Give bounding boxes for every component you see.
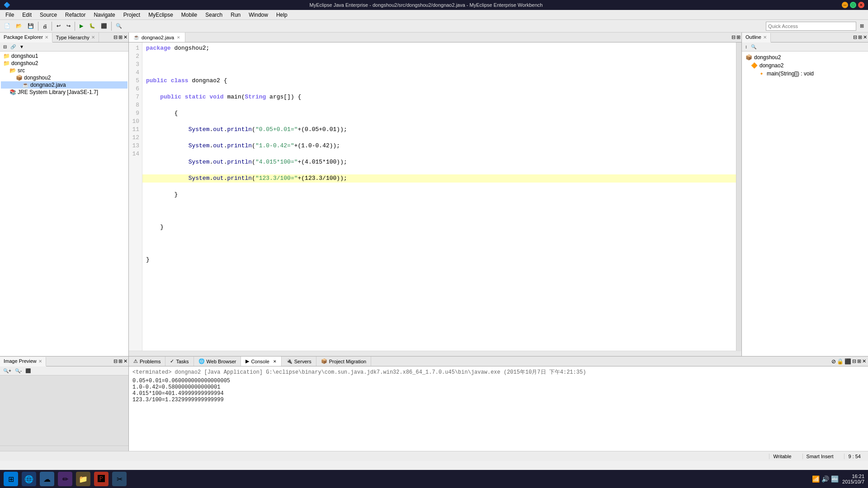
network-icon[interactable]: 📶 <box>812 475 820 483</box>
menu-edit[interactable]: Edit <box>19 11 35 19</box>
folder-button[interactable]: 📁 <box>76 472 90 486</box>
minimize-panel-button[interactable]: ⊟ <box>113 34 118 40</box>
quick-access-input[interactable] <box>766 22 856 31</box>
minimize-imgpreview-button[interactable]: ⊟ <box>113 358 118 364</box>
window-controls[interactable]: ─ □ ✕ <box>842 2 864 8</box>
maximize-console-button[interactable]: ⊞ <box>857 358 861 364</box>
tree-item[interactable]: 📁 dongshou2 <box>1 60 127 67</box>
code-line[interactable] <box>142 61 736 69</box>
maximize-outline-button[interactable]: ⊞ <box>858 34 862 40</box>
ie-button[interactable]: 🌐 <box>22 472 36 486</box>
menu-help[interactable]: Help <box>273 11 291 19</box>
redo-button[interactable]: ↪ <box>64 22 73 30</box>
view-menu-button[interactable]: ▼ <box>18 44 25 50</box>
close-button[interactable]: ✕ <box>858 2 864 8</box>
code-line[interactable]: } <box>142 223 736 231</box>
menu-source[interactable]: Source <box>36 11 61 19</box>
minimize-outline-button[interactable]: ⊟ <box>853 34 857 40</box>
fit-page-button[interactable]: ⬛ <box>24 368 32 374</box>
link-editor-button[interactable]: 🔗 <box>9 44 17 50</box>
new-button[interactable]: 📄 <box>2 22 13 30</box>
tab-servers[interactable]: 🔌 Servers <box>282 357 316 366</box>
maximize-imgpreview-button[interactable]: ⊞ <box>118 358 123 364</box>
menu-window[interactable]: Window <box>245 11 272 19</box>
zoom-in-button[interactable]: 🔍+ <box>2 368 13 374</box>
volume-icon[interactable]: 🔊 <box>821 475 829 483</box>
tree-item[interactable]: 📁 dongshou1 <box>1 52 127 60</box>
print-button[interactable]: 🖨 <box>40 22 50 30</box>
outline-close[interactable]: ✕ <box>763 35 767 40</box>
powerpoint-button[interactable]: 🅿 <box>94 472 108 486</box>
code-line[interactable]: package dongshou2; <box>142 44 736 52</box>
outline-filter-button[interactable]: 🔍 <box>750 44 758 50</box>
menu-project[interactable]: Project <box>120 11 144 19</box>
scroll-lock-button[interactable]: 🔒 <box>837 358 844 365</box>
code-line[interactable]: } <box>142 191 736 199</box>
code-line[interactable]: public class dongnao2 { <box>142 77 736 85</box>
code-line[interactable]: System.out.println("4.015*100="+(4.015*1… <box>142 158 736 166</box>
menu-refactor[interactable]: Refactor <box>61 11 89 19</box>
tab-image-preview[interactable]: Image Preview ✕ <box>0 357 46 366</box>
image-preview-close[interactable]: ✕ <box>38 359 42 364</box>
menu-myeclipse[interactable]: MyEclipse <box>145 11 177 19</box>
save-button[interactable]: 💾 <box>25 22 36 30</box>
tab-package-explorer[interactable]: Package Explorer ✕ <box>0 33 52 42</box>
debug-button[interactable]: 🐛 <box>87 22 98 30</box>
tree-item[interactable]: 📚 JRE System Library [JavaSE-1.7] <box>1 89 127 96</box>
edit-button[interactable]: ✏ <box>58 472 72 486</box>
outline-item-main[interactable]: 🔸 main(String[]) : void <box>744 70 866 78</box>
stop-button[interactable]: ⬛ <box>99 22 109 30</box>
close-imgpreview-button[interactable]: ✕ <box>123 358 127 364</box>
menu-run[interactable]: Run <box>227 11 244 19</box>
package-explorer-close[interactable]: ✕ <box>45 35 48 40</box>
outline-item-dongnao2[interactable]: 🔶 dongnao2 <box>744 61 866 70</box>
maximize-editor-button[interactable]: ⊞ <box>736 34 741 40</box>
code-line[interactable]: { <box>142 109 736 117</box>
run-button[interactable]: ▶ <box>77 22 86 30</box>
editor-tab-dongnao2[interactable]: ☕ dongnao2.java ✕ <box>129 33 185 42</box>
code-line[interactable]: public static void main(String args[]) { <box>142 93 736 101</box>
code-line[interactable]: } <box>142 256 736 264</box>
menu-file[interactable]: File <box>2 11 18 19</box>
code-line[interactable]: System.out.println("1.0-0.42="+(1.0-0.42… <box>142 142 736 150</box>
minimize-console-button[interactable]: ⊟ <box>852 358 856 364</box>
tab-console[interactable]: ▶ Console ✕ <box>241 357 281 366</box>
code-line[interactable] <box>142 207 736 215</box>
collapse-all-button[interactable]: ⊟ <box>2 44 8 50</box>
perspectives-button[interactable]: ⊞ <box>857 22 866 30</box>
tab-problems[interactable]: ⚠ Problems <box>129 357 165 366</box>
zoom-out-button[interactable]: 🔍- <box>14 368 23 374</box>
close-panel-button[interactable]: ✕ <box>123 34 127 40</box>
code-line[interactable]: System.out.println("123.3/100="+(123.3/1… <box>142 174 736 183</box>
open-button[interactable]: 📂 <box>14 22 24 30</box>
ime-icon[interactable]: 🔤 <box>831 475 839 483</box>
tab-project-migration[interactable]: 📦 Project Migration <box>316 357 372 366</box>
close-outline-button[interactable]: ✕ <box>863 34 867 40</box>
tree-item[interactable]: 📦 dongshou2 <box>1 74 127 81</box>
menu-navigate[interactable]: Navigate <box>90 11 118 19</box>
imgpreview-scrollbar[interactable] <box>0 446 128 451</box>
outline-item-dongshou2[interactable]: 📦 dongshou2 <box>744 53 866 61</box>
start-button[interactable]: ⊞ <box>4 472 18 486</box>
maximize-panel-button[interactable]: ⊞ <box>118 34 123 40</box>
minimize-button[interactable]: ─ <box>842 2 848 8</box>
editor-tab-close[interactable]: ✕ <box>177 35 180 40</box>
menu-mobile[interactable]: Mobile <box>178 11 201 19</box>
minimize-editor-button[interactable]: ⊟ <box>731 34 736 40</box>
vertical-scrollbar[interactable] <box>736 42 741 351</box>
undo-button[interactable]: ↩ <box>54 22 63 30</box>
console-tab-close[interactable]: ✕ <box>273 359 277 364</box>
maximize-button[interactable]: □ <box>850 2 856 8</box>
close-console-button[interactable]: ✕ <box>862 358 866 364</box>
tab-outline[interactable]: Outline ✕ <box>742 33 771 42</box>
tab-web-browser[interactable]: 🌐 Web Browser <box>194 357 241 366</box>
tab-tasks[interactable]: ✓ Tasks <box>165 357 193 366</box>
code-line[interactable]: System.out.println("0.05+0.01="+(0.05+0.… <box>142 126 736 134</box>
clock[interactable]: 16:21 2015/10/7 <box>842 474 864 484</box>
tab-type-hierarchy[interactable]: Type Hierarchy ✕ <box>52 33 99 42</box>
cloud-button[interactable]: ☁ <box>40 472 54 486</box>
horizontal-scrollbar[interactable] <box>129 351 741 356</box>
menu-search[interactable]: Search <box>202 11 226 19</box>
code-editor[interactable]: package dongshou2; public class dongnao2… <box>142 42 736 351</box>
eclipse-button[interactable]: ✂ <box>112 472 127 486</box>
